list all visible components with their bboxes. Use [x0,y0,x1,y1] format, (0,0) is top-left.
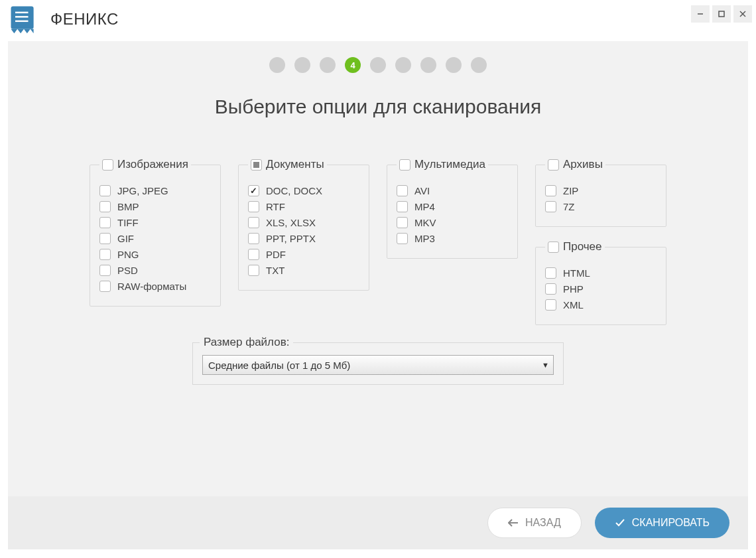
option-zip[interactable]: ZIP [545,185,654,196]
minimize-button[interactable] [691,5,710,23]
stepper: 4 [8,57,748,73]
option-avi[interactable]: AVI [397,185,505,196]
scan-button[interactable]: СКАНИРОВАТЬ [595,508,729,538]
option-doc[interactable]: DOC, DOCX [248,185,357,196]
option-7z[interactable]: 7Z [545,201,654,212]
checkbox-php[interactable] [545,283,556,295]
group-images-legend[interactable]: Изображения [99,158,191,171]
group-other: Прочее HTML PHP XML [535,240,666,325]
step-9 [471,57,487,73]
svg-rect-2 [15,16,29,17]
group-documents: Документы DOC, DOCX RTF XLS, XLSX PPT, P… [238,158,369,291]
svg-rect-5 [719,11,724,17]
checkbox-documents-all[interactable] [251,159,262,171]
option-php[interactable]: PHP [545,283,654,295]
option-psd[interactable]: PSD [99,265,208,276]
checkbox-raw[interactable] [99,281,111,292]
step-3 [320,57,336,73]
step-6 [395,57,411,73]
step-4: 4 [345,57,361,73]
checkbox-mp3[interactable] [397,233,408,244]
group-archives: Архивы ZIP 7Z [535,158,666,227]
filesize-select[interactable]: Средние файлы (от 1 до 5 Мб) ▼ [202,355,554,375]
svg-rect-3 [15,21,29,22]
option-mp3[interactable]: MP3 [397,233,505,244]
option-raw[interactable]: RAW-форматы [99,281,208,292]
checkbox-jpg[interactable] [99,185,111,196]
group-other-legend[interactable]: Прочее [545,240,605,253]
back-button[interactable]: НАЗАД [487,508,582,538]
group-archives-legend[interactable]: Архивы [545,158,605,171]
checkbox-gif[interactable] [99,233,111,244]
checkbox-rtf[interactable] [248,201,259,212]
checkbox-multimedia-all[interactable] [399,159,410,171]
checkbox-ppt[interactable] [248,233,259,244]
option-pdf[interactable]: PDF [248,249,357,260]
checkbox-bmp[interactable] [99,201,111,212]
group-other-title: Прочее [563,240,602,253]
group-multimedia: Мультимедиа AVI MP4 MKV MP3 [387,158,518,259]
checkbox-mkv[interactable] [397,217,408,228]
option-html[interactable]: HTML [545,267,654,279]
option-bmp[interactable]: BMP [99,201,208,212]
checkbox-images-all[interactable] [102,159,113,171]
checkbox-tiff[interactable] [99,217,111,228]
maximize-button[interactable] [712,5,731,23]
group-images: Изображения JPG, JPEG BMP TIFF GIF PNG P… [90,158,221,307]
checkbox-zip[interactable] [545,185,556,196]
group-column-right: Архивы ZIP 7Z Прочее HTML PHP XML [535,158,666,325]
checkbox-7z[interactable] [545,201,556,212]
filesize-selected-value: Средние файлы (от 1 до 5 Мб) [208,360,350,371]
option-ppt[interactable]: PPT, PPTX [248,233,357,244]
app-logo-icon [7,2,41,36]
close-button[interactable] [733,5,752,23]
option-gif[interactable]: GIF [99,233,208,244]
back-button-label: НАЗАД [525,517,561,529]
group-images-title: Изображения [117,158,188,171]
step-5 [370,57,386,73]
check-icon [615,518,625,527]
scan-button-label: СКАНИРОВАТЬ [632,517,710,529]
option-xml[interactable]: XML [545,299,654,311]
group-multimedia-legend[interactable]: Мультимедиа [397,158,488,171]
svg-rect-1 [15,12,29,13]
checkbox-txt[interactable] [248,265,259,276]
option-png[interactable]: PNG [99,249,208,260]
group-documents-legend[interactable]: Документы [248,158,327,171]
option-mkv[interactable]: MKV [397,217,505,228]
checkbox-png[interactable] [99,249,111,260]
group-archives-title: Архивы [563,158,603,171]
checkbox-mp4[interactable] [397,201,408,212]
window-controls [691,5,752,23]
option-tiff[interactable]: TIFF [99,217,208,228]
checkbox-xls[interactable] [248,217,259,228]
chevron-down-icon: ▼ [542,361,549,369]
checkbox-avi[interactable] [397,185,408,196]
page-heading: Выберите опции для сканирования [8,96,748,118]
arrow-left-icon [508,518,519,527]
option-mp4[interactable]: MP4 [397,201,505,212]
checkbox-doc[interactable] [248,185,259,196]
step-8 [446,57,462,73]
filesize-label: Размер файлов: [200,336,293,349]
group-filesize: Размер файлов: Средние файлы (от 1 до 5 … [192,342,564,385]
step-7 [420,57,436,73]
checkbox-psd[interactable] [99,265,111,276]
options-row: Изображения JPG, JPEG BMP TIFF GIF PNG P… [8,158,748,325]
checkbox-html[interactable] [545,267,556,279]
step-2 [294,57,310,73]
option-rtf[interactable]: RTF [248,201,357,212]
group-documents-title: Документы [266,158,324,171]
checkbox-pdf[interactable] [248,249,259,260]
checkbox-archives-all[interactable] [548,159,559,171]
app-title: ФЕНИКС [50,10,119,29]
checkbox-xml[interactable] [545,299,556,311]
titlebar: ФЕНИКС [0,0,756,38]
option-jpg[interactable]: JPG, JPEG [99,185,208,196]
checkbox-other-all[interactable] [548,242,559,253]
option-txt[interactable]: TXT [248,265,357,276]
footer-bar: НАЗАД СКАНИРОВАТЬ [8,496,748,549]
step-1 [269,57,285,73]
main-panel: 4 Выберите опции для сканирования Изобра… [8,41,748,549]
option-xls[interactable]: XLS, XLSX [248,217,357,228]
